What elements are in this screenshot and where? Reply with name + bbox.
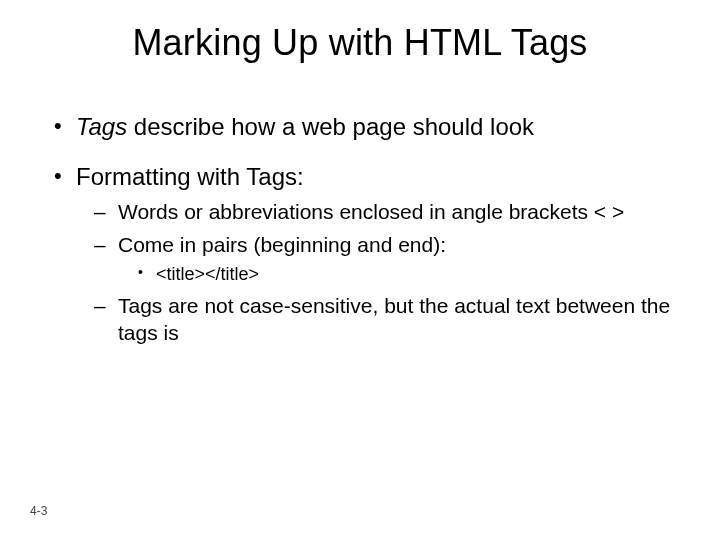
slide-body: Tags describe how a web page should look…	[54, 112, 680, 367]
bullet-list-l3: <title></title>	[118, 263, 680, 286]
bullet-2-text: Formatting with Tags:	[76, 163, 304, 190]
slide-title: Marking Up with HTML Tags	[0, 22, 720, 64]
slide-number: 4-3	[30, 504, 47, 518]
bullet-list-l1: Tags describe how a web page should look…	[54, 112, 680, 347]
bullet-2-3: Tags are not case-sensitive, but the act…	[94, 292, 680, 347]
bullet-2-1: Words or abbreviations enclosed in angle…	[94, 198, 680, 225]
slide: Marking Up with HTML Tags Tags describe …	[0, 0, 720, 540]
bullet-1-rest: describe how a web page should look	[127, 113, 534, 140]
bullet-1-italic: Tags	[76, 113, 127, 140]
bullet-2-2-text: Come in pairs (beginning and end):	[118, 233, 446, 256]
bullet-list-l2: Words or abbreviations enclosed in angle…	[76, 198, 680, 347]
bullet-2-2: Come in pairs (beginning and end): <titl…	[94, 231, 680, 286]
bullet-2-2-1: <title></title>	[138, 263, 680, 286]
bullet-2: Formatting with Tags: Words or abbreviat…	[54, 162, 680, 347]
bullet-1: Tags describe how a web page should look	[54, 112, 680, 142]
